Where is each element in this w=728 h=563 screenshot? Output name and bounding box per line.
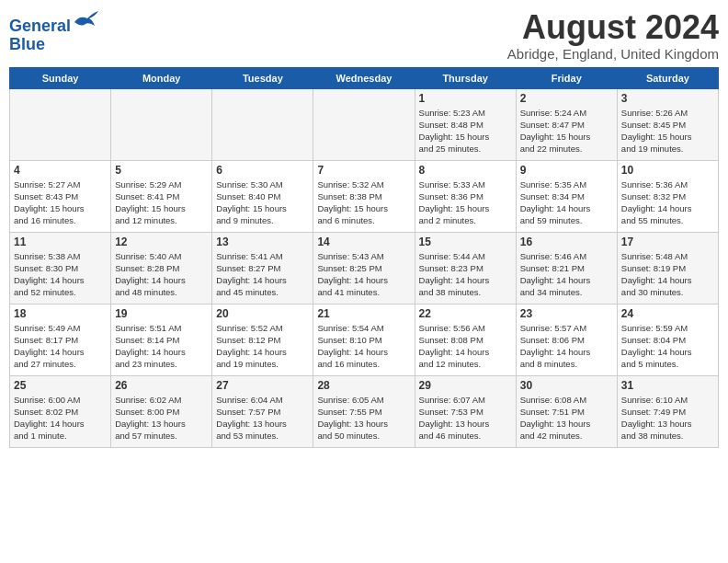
day-number: 8 bbox=[419, 164, 512, 177]
day-number: 25 bbox=[14, 379, 107, 392]
day-number: 26 bbox=[115, 379, 208, 392]
day-number: 30 bbox=[520, 379, 613, 392]
logo-text: General Blue bbox=[9, 9, 100, 54]
weekday-header-thursday: Thursday bbox=[415, 67, 516, 88]
day-info: Sunrise: 5:30 AMSunset: 8:40 PMDaylight:… bbox=[216, 178, 309, 227]
calendar-cell: 30Sunrise: 6:08 AMSunset: 7:51 PMDayligh… bbox=[516, 375, 617, 447]
day-info: Sunrise: 5:29 AMSunset: 8:41 PMDaylight:… bbox=[115, 178, 208, 227]
day-number: 18 bbox=[14, 307, 107, 320]
calendar-week-row: 25Sunrise: 6:00 AMSunset: 8:02 PMDayligh… bbox=[10, 375, 719, 447]
calendar-cell bbox=[212, 88, 313, 160]
calendar-cell: 19Sunrise: 5:51 AMSunset: 8:14 PMDayligh… bbox=[111, 304, 212, 375]
calendar-cell: 7Sunrise: 5:32 AMSunset: 8:38 PMDaylight… bbox=[313, 160, 415, 232]
weekday-header-friday: Friday bbox=[516, 67, 617, 88]
day-info: Sunrise: 5:26 AMSunset: 8:45 PMDaylight:… bbox=[621, 107, 714, 155]
day-info: Sunrise: 6:02 AMSunset: 8:00 PMDaylight:… bbox=[115, 394, 208, 442]
calendar-cell: 12Sunrise: 5:40 AMSunset: 8:28 PMDayligh… bbox=[111, 232, 212, 304]
calendar-cell: 1Sunrise: 5:23 AMSunset: 8:48 PMDaylight… bbox=[415, 88, 516, 160]
day-number: 31 bbox=[621, 379, 714, 392]
weekday-header-tuesday: Tuesday bbox=[212, 67, 313, 88]
day-info: Sunrise: 5:33 AMSunset: 8:36 PMDaylight:… bbox=[419, 178, 512, 227]
day-info: Sunrise: 5:38 AMSunset: 8:30 PMDaylight:… bbox=[14, 250, 107, 299]
day-number: 22 bbox=[419, 307, 512, 320]
calendar-cell: 10Sunrise: 5:36 AMSunset: 8:32 PMDayligh… bbox=[617, 160, 718, 232]
day-number: 17 bbox=[621, 236, 714, 248]
calendar-cell: 24Sunrise: 5:59 AMSunset: 8:04 PMDayligh… bbox=[617, 304, 718, 375]
calendar-header: SundayMondayTuesdayWednesdayThursdayFrid… bbox=[10, 67, 719, 88]
calendar-cell bbox=[10, 88, 111, 160]
day-number: 5 bbox=[115, 164, 208, 177]
day-number: 11 bbox=[14, 236, 107, 248]
day-info: Sunrise: 6:04 AMSunset: 7:57 PMDaylight:… bbox=[216, 394, 309, 442]
calendar-cell: 16Sunrise: 5:46 AMSunset: 8:21 PMDayligh… bbox=[516, 232, 617, 304]
location-subtitle: Abridge, England, United Kingdom bbox=[507, 46, 719, 62]
weekday-header-saturday: Saturday bbox=[617, 67, 718, 88]
calendar-cell: 26Sunrise: 6:02 AMSunset: 8:00 PMDayligh… bbox=[111, 375, 212, 447]
day-number: 3 bbox=[621, 92, 714, 105]
page-header: General Blue August 2024 Abridge, Englan… bbox=[9, 9, 719, 62]
day-info: Sunrise: 5:52 AMSunset: 8:12 PMDaylight:… bbox=[216, 322, 309, 371]
logo-bird-icon bbox=[73, 9, 100, 31]
calendar-cell: 2Sunrise: 5:24 AMSunset: 8:47 PMDaylight… bbox=[516, 88, 617, 160]
calendar-cell: 22Sunrise: 5:56 AMSunset: 8:08 PMDayligh… bbox=[415, 304, 516, 375]
calendar-cell: 6Sunrise: 5:30 AMSunset: 8:40 PMDaylight… bbox=[212, 160, 313, 232]
day-info: Sunrise: 5:59 AMSunset: 8:04 PMDaylight:… bbox=[621, 322, 714, 371]
day-info: Sunrise: 5:32 AMSunset: 8:38 PMDaylight:… bbox=[317, 178, 410, 227]
day-number: 19 bbox=[115, 307, 208, 320]
calendar-cell: 28Sunrise: 6:05 AMSunset: 7:55 PMDayligh… bbox=[313, 375, 415, 447]
day-info: Sunrise: 5:44 AMSunset: 8:23 PMDaylight:… bbox=[419, 250, 512, 299]
weekday-header-sunday: Sunday bbox=[10, 67, 111, 88]
calendar-cell: 20Sunrise: 5:52 AMSunset: 8:12 PMDayligh… bbox=[212, 304, 313, 375]
day-info: Sunrise: 5:35 AMSunset: 8:34 PMDaylight:… bbox=[520, 178, 613, 227]
calendar-cell: 17Sunrise: 5:48 AMSunset: 8:19 PMDayligh… bbox=[617, 232, 718, 304]
calendar-cell: 18Sunrise: 5:49 AMSunset: 8:17 PMDayligh… bbox=[10, 304, 111, 375]
day-number: 12 bbox=[115, 236, 208, 248]
calendar-cell: 27Sunrise: 6:04 AMSunset: 7:57 PMDayligh… bbox=[212, 375, 313, 447]
calendar-cell: 13Sunrise: 5:41 AMSunset: 8:27 PMDayligh… bbox=[212, 232, 313, 304]
calendar-week-row: 1Sunrise: 5:23 AMSunset: 8:48 PMDaylight… bbox=[10, 88, 719, 160]
day-info: Sunrise: 5:49 AMSunset: 8:17 PMDaylight:… bbox=[14, 322, 107, 371]
title-block: August 2024 Abridge, England, United Kin… bbox=[507, 9, 719, 62]
day-number: 23 bbox=[520, 307, 613, 320]
calendar-week-row: 11Sunrise: 5:38 AMSunset: 8:30 PMDayligh… bbox=[10, 232, 719, 304]
month-title: August 2024 bbox=[507, 9, 719, 46]
day-info: Sunrise: 6:05 AMSunset: 7:55 PMDaylight:… bbox=[317, 394, 410, 442]
calendar-cell: 11Sunrise: 5:38 AMSunset: 8:30 PMDayligh… bbox=[10, 232, 111, 304]
day-number: 6 bbox=[216, 164, 309, 177]
day-number: 20 bbox=[216, 307, 309, 320]
day-number: 10 bbox=[621, 164, 714, 177]
day-info: Sunrise: 5:57 AMSunset: 8:06 PMDaylight:… bbox=[520, 322, 613, 371]
day-info: Sunrise: 6:00 AMSunset: 8:02 PMDaylight:… bbox=[14, 394, 107, 442]
day-number: 7 bbox=[317, 164, 410, 177]
calendar-cell: 3Sunrise: 5:26 AMSunset: 8:45 PMDaylight… bbox=[617, 88, 718, 160]
day-info: Sunrise: 6:07 AMSunset: 7:53 PMDaylight:… bbox=[419, 394, 512, 442]
calendar-cell: 23Sunrise: 5:57 AMSunset: 8:06 PMDayligh… bbox=[516, 304, 617, 375]
day-info: Sunrise: 5:51 AMSunset: 8:14 PMDaylight:… bbox=[115, 322, 208, 371]
day-info: Sunrise: 5:46 AMSunset: 8:21 PMDaylight:… bbox=[520, 250, 613, 299]
day-number: 16 bbox=[520, 236, 613, 248]
day-number: 4 bbox=[14, 164, 107, 177]
day-number: 27 bbox=[216, 379, 309, 392]
calendar-table: SundayMondayTuesdayWednesdayThursdayFrid… bbox=[9, 67, 719, 448]
calendar-cell: 5Sunrise: 5:29 AMSunset: 8:41 PMDaylight… bbox=[111, 160, 212, 232]
calendar-cell: 25Sunrise: 6:00 AMSunset: 8:02 PMDayligh… bbox=[10, 375, 111, 447]
calendar-week-row: 18Sunrise: 5:49 AMSunset: 8:17 PMDayligh… bbox=[10, 304, 719, 375]
day-info: Sunrise: 5:27 AMSunset: 8:43 PMDaylight:… bbox=[14, 178, 107, 227]
calendar-cell: 15Sunrise: 5:44 AMSunset: 8:23 PMDayligh… bbox=[415, 232, 516, 304]
calendar-cell: 29Sunrise: 6:07 AMSunset: 7:53 PMDayligh… bbox=[415, 375, 516, 447]
day-number: 13 bbox=[216, 236, 309, 248]
day-info: Sunrise: 5:43 AMSunset: 8:25 PMDaylight:… bbox=[317, 250, 410, 299]
day-info: Sunrise: 5:24 AMSunset: 8:47 PMDaylight:… bbox=[520, 107, 613, 155]
day-number: 21 bbox=[317, 307, 410, 320]
day-info: Sunrise: 5:54 AMSunset: 8:10 PMDaylight:… bbox=[317, 322, 410, 371]
calendar-cell bbox=[313, 88, 415, 160]
calendar-cell: 4Sunrise: 5:27 AMSunset: 8:43 PMDaylight… bbox=[10, 160, 111, 232]
day-number: 9 bbox=[520, 164, 613, 177]
day-info: Sunrise: 5:36 AMSunset: 8:32 PMDaylight:… bbox=[621, 178, 714, 227]
day-info: Sunrise: 6:10 AMSunset: 7:49 PMDaylight:… bbox=[621, 394, 714, 442]
day-info: Sunrise: 5:23 AMSunset: 8:48 PMDaylight:… bbox=[419, 107, 512, 155]
weekday-header-monday: Monday bbox=[111, 67, 212, 88]
calendar-body: 1Sunrise: 5:23 AMSunset: 8:48 PMDaylight… bbox=[10, 88, 719, 447]
day-info: Sunrise: 5:40 AMSunset: 8:28 PMDaylight:… bbox=[115, 250, 208, 299]
logo: General Blue bbox=[9, 9, 100, 54]
